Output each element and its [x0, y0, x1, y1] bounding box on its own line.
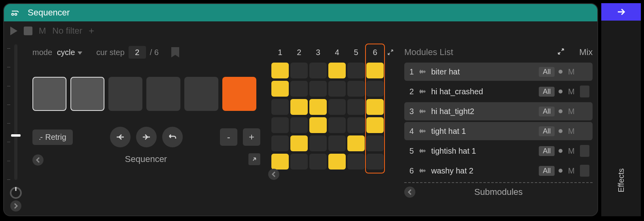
grid-cell-6-4[interactable] [328, 154, 346, 170]
grid-cell-3-6[interactable] [366, 99, 384, 115]
grid-col-1[interactable]: 1 [271, 48, 289, 57]
stop-button[interactable] [24, 27, 32, 35]
grid-cell-2-2[interactable] [290, 81, 308, 97]
next-button[interactable] [136, 127, 157, 147]
all-toggle[interactable]: All [539, 107, 555, 116]
grid-cell-3-4[interactable] [328, 99, 346, 115]
module-row-3[interactable]: 3hi hat_tight2AllM [404, 102, 593, 120]
effects-expand-button[interactable] [601, 3, 641, 21]
grid-cell-2-6[interactable] [366, 81, 384, 97]
mix-slot[interactable] [580, 125, 589, 137]
grid-cell-6-1[interactable] [271, 154, 289, 170]
step-cell-2[interactable] [70, 77, 104, 111]
step-cell-5[interactable] [184, 77, 218, 111]
grid-cell-3-3[interactable] [309, 99, 327, 115]
bookmark-icon[interactable] [171, 47, 179, 57]
grid-cell-2-1[interactable] [271, 81, 289, 97]
grid-cell-4-4[interactable] [328, 117, 346, 133]
grid-cell-5-2[interactable] [290, 135, 308, 151]
curstep-input[interactable] [129, 46, 146, 59]
grid-cell-6-5[interactable] [347, 154, 365, 170]
level-slider[interactable] [14, 44, 17, 180]
meter-ticks [7, 48, 13, 180]
step-cell-3[interactable] [108, 77, 142, 111]
grid-cell-1-4[interactable] [328, 63, 346, 78]
level-thumb[interactable] [11, 134, 21, 137]
effects-sidebar[interactable]: Effects [601, 3, 641, 216]
mix-slot[interactable] [580, 145, 589, 157]
grid-cell-1-6[interactable] [366, 63, 384, 78]
module-row-6[interactable]: 6washy hat 2AllM [404, 162, 593, 180]
grid-cell-1-5[interactable] [347, 63, 365, 78]
grid-cell-3-1[interactable] [271, 99, 289, 115]
module-row-2[interactable]: 2hi hat_crashedAllM [404, 82, 593, 101]
gain-knob[interactable] [10, 187, 22, 199]
grid-cell-5-3[interactable] [309, 135, 327, 151]
all-toggle[interactable]: All [539, 146, 555, 156]
collapse-icon[interactable] [387, 48, 396, 57]
mix-slot[interactable] [580, 66, 589, 78]
module-row-5[interactable]: 5tightish hat 1AllM [404, 142, 593, 160]
grid-cell-2-5[interactable] [347, 81, 365, 97]
grid-cell-3-2[interactable] [290, 99, 308, 115]
all-toggle[interactable]: All [539, 126, 555, 136]
grid-col-5[interactable]: 5 [347, 48, 365, 57]
grid-cell-4-2[interactable] [290, 117, 308, 133]
mute-m[interactable]: M [566, 87, 576, 96]
remove-step-button[interactable]: - [220, 128, 237, 146]
nav-forward-icon[interactable] [10, 200, 21, 211]
mute-m[interactable]: M [566, 67, 576, 76]
grid-col-3[interactable]: 3 [309, 48, 327, 57]
grid-cell-1-2[interactable] [290, 63, 308, 78]
submodules-back-button[interactable] [404, 187, 415, 198]
grid-cell-4-6[interactable] [366, 117, 384, 133]
mix-slot[interactable] [580, 165, 589, 177]
grid-cell-5-1[interactable] [271, 135, 289, 151]
play-button[interactable] [10, 27, 17, 35]
grid-cell-1-3[interactable] [309, 63, 327, 78]
prev-button[interactable] [110, 127, 131, 147]
add-step-button[interactable]: + [243, 128, 260, 146]
mix-slot[interactable] [580, 86, 589, 97]
grid-cell-6-6[interactable] [366, 154, 384, 170]
mute-m[interactable]: M [566, 107, 576, 116]
grid-cell-5-4[interactable] [328, 135, 346, 151]
grid-cell-2-3[interactable] [309, 81, 327, 97]
grid-cell-1-1[interactable] [271, 63, 289, 78]
grid-cell-4-5[interactable] [347, 117, 365, 133]
sequencer-panel: mode cycle cur step / 6 .- Retrig [28, 40, 265, 215]
expand-icon[interactable] [557, 48, 565, 57]
popout-icon[interactable] [248, 153, 260, 165]
step-cell-6[interactable] [222, 77, 256, 111]
all-toggle[interactable]: All [539, 166, 555, 176]
undo-button[interactable] [162, 127, 183, 147]
retrig-button[interactable]: .- Retrig [32, 130, 73, 145]
grid-cell-4-1[interactable] [271, 117, 289, 133]
mute-m[interactable]: M [566, 147, 576, 156]
all-toggle[interactable]: All [539, 67, 555, 77]
mix-slot[interactable] [580, 105, 589, 117]
grid-cell-5-6[interactable] [366, 135, 384, 151]
grid-cell-6-2[interactable] [290, 154, 308, 170]
step-cell-4[interactable] [146, 77, 180, 111]
module-row-4[interactable]: 4tight hat 1AllM [404, 122, 593, 140]
all-toggle[interactable]: All [539, 87, 555, 97]
panel-back-button[interactable] [32, 154, 44, 166]
mute-m[interactable]: M [566, 127, 576, 136]
module-row-1[interactable]: 1biter hatAllM [404, 63, 593, 81]
mute-m[interactable]: M [566, 166, 576, 175]
step-cell-1[interactable] [32, 77, 66, 111]
grid-cell-4-3[interactable] [309, 117, 327, 133]
grid-cell-5-5[interactable] [347, 135, 365, 151]
grid-col-4[interactable]: 4 [328, 48, 346, 57]
add-filter-button[interactable]: + [89, 25, 94, 36]
grid-cell-6-3[interactable] [309, 154, 327, 170]
mute-toggle[interactable]: M [39, 26, 46, 36]
grid-col-2[interactable]: 2 [290, 48, 308, 57]
grid-back-button[interactable] [268, 169, 279, 180]
filter-label[interactable]: No filter [52, 26, 82, 36]
grid-col-6[interactable]: 6 [366, 48, 384, 57]
grid-cell-2-4[interactable] [328, 81, 346, 97]
grid-cell-3-5[interactable] [347, 99, 365, 115]
mode-dropdown[interactable]: cycle [57, 48, 82, 57]
